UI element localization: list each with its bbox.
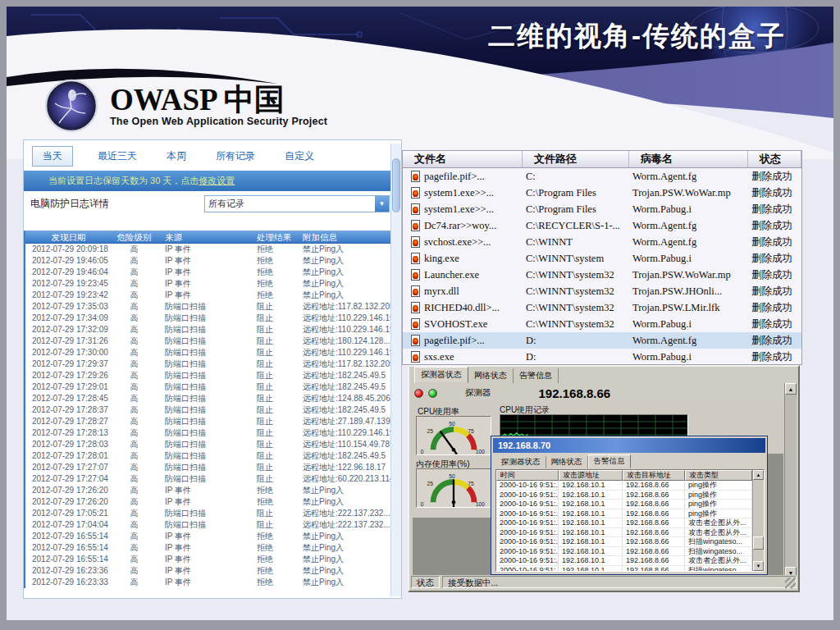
log-row[interactable]: 2012-07-29 17:26:20高IP 事件拒绝禁止Ping入 [25,496,391,508]
log-row[interactable]: 2012-07-29 16:23:33高IP 事件拒绝禁止Ping入 [25,577,391,588]
monitor-scrollbar[interactable]: ▲ ▼ [784,383,797,578]
log-row[interactable]: 2012-07-29 17:28:27高防端口扫描阻止远程地址:27.189.4… [25,416,391,427]
alert-row[interactable]: 2000-10-16 9:51:...192.168.10.1192.168.8… [496,566,752,572]
col-header-dst-addr[interactable]: 攻击目标地址 [623,470,685,481]
log-tab[interactable]: 最近三天 [93,147,142,166]
log-cell: 防端口扫描 [157,462,251,473]
chevron-down-icon[interactable]: ▼ [375,196,389,212]
alert-cell: 192.168.10.1 [559,509,623,518]
col-header-virusname[interactable]: 病毒名 [629,151,748,167]
log-scrollbar-thumb[interactable] [392,158,400,212]
virus-row[interactable]: system1.exe>>...C:\Program FilesWorm.Pab… [403,201,801,217]
virus-row[interactable]: Launcher.exeC:\WINNT\system32Trojan.PSW.… [403,267,801,283]
virus-row[interactable]: system1.exe>>...C:\Program FilesTrojan.P… [403,185,801,201]
tab-inactive[interactable]: 告警信息 [514,368,559,383]
alert-row[interactable]: 2000-10-16 9:51:...192.168.10.1192.168.8… [496,518,752,528]
log-cell: 2012-07-29 17:29:01 [25,381,112,393]
log-tab[interactable]: 当天 [32,146,73,167]
log-row[interactable]: 2012-07-29 17:05:21高防端口扫描阻止远程地址:222.137.… [25,508,391,519]
scroll-up-icon[interactable]: ▲ [753,470,764,480]
virus-row[interactable]: pagefile.pif>...C:Worm.Agent.fg删除成功 [403,168,801,185]
log-row[interactable]: 2012-07-29 16:55:14高IP 事件拒绝禁止Ping入 [25,542,391,554]
col-header-src-addr[interactable]: 攻击源地址 [559,470,623,481]
log-row[interactable]: 2012-07-29 17:30:00高防端口扫描阻止远程地址:110.229.… [25,347,391,358]
popup-scrollbar-thumb[interactable] [753,536,764,550]
log-row[interactable]: 2012-07-29 17:29:01高防端口扫描阻止远程地址:182.245.… [25,381,391,393]
popup-scrollbar[interactable]: ▲ ▼ [752,470,764,571]
log-tab[interactable]: 所有记录 [211,147,260,166]
col-header-status[interactable]: 状态 [748,151,801,167]
log-row[interactable]: 2012-07-29 16:55:14高IP 事件拒绝禁止Ping入 [25,531,391,542]
virus-row[interactable]: myrx.dllC:\WINNT\system32Trojan.PSW.JHOn… [403,283,801,299]
log-row[interactable]: 2012-07-29 17:28:01高防端口扫描阻止远程地址:182.245.… [25,450,391,462]
alert-cell: 2000-10-16 9:51:... [496,528,559,537]
log-row[interactable]: 2012-07-29 17:31:26高防端口扫描阻止远程地址:180.124.… [25,336,391,347]
virus-row[interactable]: king.exeC:\WINNT\systemWorm.Pabug.i删除成功 [403,250,801,267]
alert-row[interactable]: 2000-10-16 9:51:...192.168.10.1192.168.8… [496,481,752,491]
log-tab[interactable]: 自定义 [280,147,319,166]
alert-row[interactable]: 2000-10-16 9:51:...192.168.10.1192.168.8… [496,528,752,538]
col-header-filepath[interactable]: 文件路径 [523,151,629,167]
log-row[interactable]: 2012-07-29 17:27:07高防端口扫描阻止远程地址:122.96.1… [25,462,391,473]
virus-row[interactable]: svchost.exe>>...C:\WINNTWorm.Agent.fg删除成… [403,234,801,250]
virus-row[interactable]: pagefile.pif>...D:Worm.Agent.fg删除成功 [403,332,801,349]
popup-title-bar[interactable]: 192.168.8.70 [493,438,765,453]
log-cell: IP 事件 [157,496,251,508]
log-row[interactable]: 2012-07-29 17:35:03高防端口扫描阻止远程地址:117.82.1… [25,301,391,313]
log-row[interactable]: 2012-07-29 17:28:13高防端口扫描阻止远程地址:110.229.… [25,427,391,439]
alert-row[interactable]: 2000-10-16 9:51:...192.168.10.1192.168.8… [496,537,752,547]
modify-settings-link[interactable]: 修改设置 [199,175,235,187]
log-cell: 阻止 [251,473,300,485]
log-scrollbar[interactable] [390,144,401,596]
col-header-attack-type[interactable]: 攻击类型 [685,470,752,481]
log-row[interactable]: 2012-07-29 17:28:45高防端口扫描阻止远程地址:124.88.4… [25,393,391,404]
col-header-time[interactable]: 时间 [496,470,559,481]
log-row[interactable]: 2012-07-29 17:29:37高防端口扫描阻止远程地址:117.82.1… [25,358,391,370]
popup-table: 时间 攻击源地址 攻击目标地址 攻击类型 2000-10-16 9:51:...… [495,469,765,572]
tab-inactive[interactable]: 探测器状态 [496,456,546,468]
log-row[interactable]: 2012-07-29 19:23:42高IP 事件拒绝禁止Ping入 [25,290,391,301]
log-row[interactable]: 2012-07-29 17:04:04高防端口扫描阻止远程地址:222.137.… [25,519,391,531]
tab-active[interactable]: 探测器状态 [414,367,468,383]
col-header-filename[interactable]: 文件名 [403,151,523,167]
popup-table-header[interactable]: 时间 攻击源地址 攻击目标地址 攻击类型 [496,470,752,481]
tab-inactive[interactable]: 网络状态 [468,368,514,383]
resize-grip[interactable] [785,578,796,588]
alert-row[interactable]: 2000-10-16 9:51:...192.168.10.1192.168.8… [496,556,752,566]
log-row[interactable]: 2012-07-29 19:46:05高IP 事件拒绝禁止Ping入 [25,255,391,267]
wasp-icon [44,79,98,133]
log-row[interactable]: 2012-07-29 16:55:14高IP 事件拒绝禁止Ping入 [25,554,391,565]
log-row[interactable]: 2012-07-29 19:46:04高IP 事件拒绝禁止Ping入 [25,267,391,278]
log-row[interactable]: 2012-07-29 16:23:36高IP 事件拒绝禁止Ping入 [25,565,391,577]
virus-row[interactable]: RICHED40.dll>...C:\WINNT\system32Trojan.… [403,299,801,316]
virus-row[interactable]: Dc74.rar>>woy...C:\RECYCLER\S-1-...Worm.… [403,217,801,234]
record-type-dropdown[interactable]: 所有记录 ▼ [204,195,390,212]
log-row[interactable]: 2012-07-29 17:26:20高IP 事件拒绝禁止Ping入 [25,485,391,496]
virus-row[interactable]: sxs.exeD:Worm.Pabug.i删除成功 [403,349,801,365]
log-row[interactable]: 2012-07-29 17:28:03高防端口扫描阻止远程地址:110.154.… [25,439,391,450]
alert-row[interactable]: 2000-10-16 9:51:...192.168.10.1192.168.8… [496,500,752,509]
alert-row[interactable]: 2000-10-16 9:51:...192.168.10.1192.168.8… [496,547,752,557]
log-cell: 2012-07-29 17:32:09 [25,324,112,336]
log-row[interactable]: 2012-07-29 17:28:37高防端口扫描阻止远程地址:182.245.… [25,404,391,416]
tab-active[interactable]: 告警信息 [588,454,631,468]
scroll-down-icon[interactable]: ▼ [753,561,764,571]
log-cell: 远程地址:182.245.49.5 [300,381,391,393]
log-row[interactable]: 2012-07-29 17:29:26高防端口扫描阻止远程地址:182.245.… [25,370,391,381]
log-cell: 防端口扫描 [157,450,251,462]
log-tab[interactable]: 本周 [162,147,191,166]
virus-table-header[interactable]: 文件名 文件路径 病毒名 状态 [403,151,801,168]
alert-row[interactable]: 2000-10-16 9:51:...192.168.10.1192.168.8… [496,509,752,519]
virus-row[interactable]: SVOHOST.exeC:\WINNT\system32Worm.Pabug.i… [403,316,801,332]
log-row[interactable]: 2012-07-29 17:27:04高防端口扫描阻止远程地址:60.220.2… [25,473,391,485]
scroll-up-icon[interactable]: ▲ [785,383,797,395]
log-row[interactable]: 2012-07-29 19:23:45高IP 事件拒绝禁止Ping入 [25,278,391,290]
alert-row[interactable]: 2000-10-16 9:51:...192.168.10.1192.168.8… [496,491,752,500]
svg-text:50: 50 [449,473,455,479]
tab-inactive[interactable]: 网络状态 [546,456,588,468]
log-row[interactable]: 2012-07-29 17:34:09高防端口扫描阻止远程地址:110.229.… [25,313,391,324]
log-row[interactable]: 2012-07-29 20:09:18高IP 事件拒绝禁止Ping入 [25,244,391,255]
infected-file-icon [411,351,420,363]
log-row[interactable]: 2012-07-29 17:32:09高防端口扫描阻止远程地址:110.229.… [25,324,391,336]
log-cell: 防端口扫描 [157,381,251,393]
